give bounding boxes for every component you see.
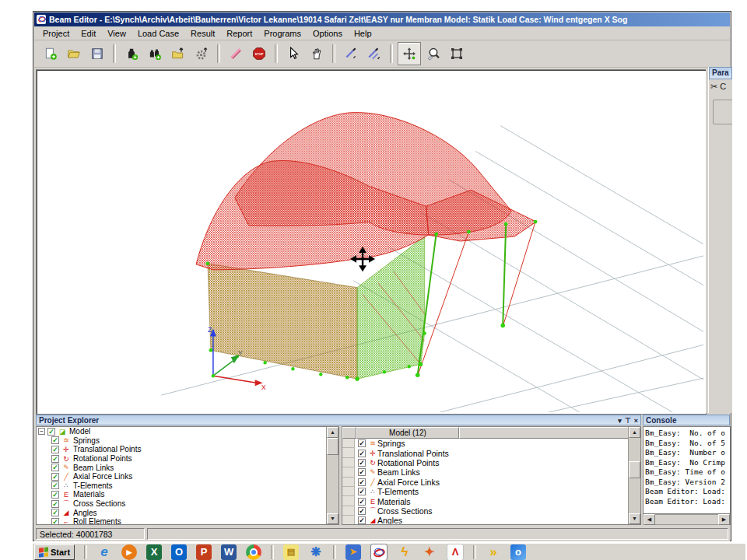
cad-app-icon[interactable]: ➤ (345, 544, 361, 560)
scroll-up-icon[interactable]: ▲ (629, 427, 640, 438)
list-item-angles[interactable]: ✓◢Angles (342, 516, 640, 525)
run-settings-button[interactable] (191, 43, 212, 65)
arrows-app-icon[interactable]: » (486, 544, 501, 560)
checkbox[interactable]: ✓ (51, 455, 59, 463)
console-header[interactable]: Console (643, 415, 730, 425)
list-item-materials[interactable]: ✓EMaterials (342, 496, 640, 506)
flame-app-icon[interactable]: ✦ (422, 544, 437, 560)
tree-item-axial-force-links[interactable]: ✓╱Axial Force Links (51, 472, 338, 481)
checkbox[interactable]: ✓ (358, 507, 366, 515)
checkbox[interactable]: ✓ (358, 459, 366, 467)
row-selector[interactable] (342, 478, 355, 487)
row-selector[interactable] (342, 467, 355, 477)
console-scrollbar[interactable]: ◀ ▶ (643, 514, 731, 525)
list-item-axial-force-links[interactable]: ✓╱Axial Force Links (342, 478, 640, 487)
list-item-rotational-points[interactable]: ✓↻Rotational Points (342, 458, 640, 467)
checkbox[interactable]: ✓ (358, 478, 366, 486)
checkbox[interactable]: ✓ (51, 509, 59, 516)
checkbox[interactable]: ✓ (358, 488, 366, 495)
console-output[interactable]: Bm_Easy: No. of o Bm_Easy: No. of 5 Bm_E… (643, 426, 731, 514)
tree-item-t-elements[interactable]: ✓∴T-Elements (51, 481, 338, 491)
import-folder-button[interactable] (167, 43, 189, 65)
tree-scrollbar[interactable]: ▲ ▼ (326, 427, 338, 524)
color-fan-icon[interactable]: ❋ (308, 544, 324, 560)
row-selector[interactable] (342, 516, 355, 525)
notes-app-icon[interactable]: ▤ (283, 544, 299, 560)
scroll-up-icon[interactable]: ▲ (327, 427, 338, 438)
draw-line-button[interactable] (340, 43, 362, 65)
scroll-left-icon[interactable]: ◀ (644, 514, 655, 525)
scroll-right-icon[interactable]: ▶ (718, 514, 730, 525)
tree-item-beam-links[interactable]: ✓✎Beam Links (51, 463, 338, 472)
tree-item-cross-sections[interactable]: ✓⌒Cross Sections (51, 499, 338, 509)
checkbox[interactable]: ✓ (358, 516, 366, 524)
cut-icon[interactable]: ✂ (710, 82, 717, 92)
checkbox[interactable]: ✓ (358, 498, 366, 506)
outlook-new-icon[interactable]: o (510, 544, 526, 560)
tree-item-roll-elements[interactable]: ✓⌐Roll Elements (51, 517, 338, 525)
menu-load-case[interactable]: Load Case (132, 27, 184, 40)
scroll-down-icon[interactable]: ▼ (629, 513, 640, 524)
menu-options[interactable]: Options (307, 27, 348, 40)
move-tool-button[interactable] (398, 42, 421, 65)
checkbox[interactable]: ✓ (51, 518, 59, 525)
list-item-t-elements[interactable]: ✓∴T-Elements (342, 487, 640, 496)
parameters-panel-header[interactable]: Para (709, 67, 732, 79)
save-button[interactable] (86, 43, 108, 65)
checkbox[interactable]: ✓ (358, 468, 366, 476)
row-selector[interactable] (342, 506, 355, 516)
menu-programs[interactable]: Programs (258, 27, 307, 40)
pan-tool-button[interactable] (306, 43, 328, 65)
list-item-springs[interactable]: ✓≋Springs (342, 439, 640, 448)
checkbox[interactable]: ✓ (47, 428, 55, 436)
row-selector[interactable] (342, 448, 355, 457)
word-icon[interactable]: W (221, 544, 237, 560)
zoom-tool-button[interactable] (423, 43, 444, 65)
beam-editor-task-icon[interactable] (370, 544, 388, 560)
menu-report[interactable]: Report (221, 27, 258, 40)
scroll-thumb[interactable] (327, 438, 338, 455)
stop-button[interactable]: STOP (248, 43, 270, 65)
menu-view[interactable]: View (102, 27, 132, 40)
tree-item-model[interactable]: − ✓ ◪ Model (37, 427, 338, 436)
row-selector[interactable] (342, 458, 355, 467)
outlook-classic-icon[interactable]: O (171, 544, 187, 560)
scroll-down-icon[interactable]: ▼ (327, 513, 338, 524)
media-player-icon[interactable]: ▶ (121, 544, 137, 560)
tree-item-springs[interactable]: ✓≋Springs (51, 436, 338, 446)
model-viewport[interactable]: Z Y X (36, 69, 707, 415)
add-load-button[interactable] (121, 43, 142, 65)
checkbox[interactable]: ✓ (51, 436, 59, 444)
menu-help[interactable]: Help (349, 27, 377, 40)
title-bar[interactable]: Beam Editor - E:\Synch\Archiv\Arbeit\Bau… (34, 12, 730, 26)
row-selector[interactable] (342, 439, 355, 448)
dock-pin-icon[interactable]: ⊤ (625, 415, 631, 425)
powerpoint-icon[interactable]: P (196, 544, 212, 560)
checkbox[interactable]: ✓ (51, 491, 59, 499)
checkbox[interactable]: ✓ (51, 464, 59, 471)
tree-item-rotational-points[interactable]: ✓↻Rotational Points (51, 454, 338, 464)
list-header-model[interactable]: Model (12) (356, 427, 459, 439)
acrobat-icon[interactable]: Λ (447, 544, 464, 560)
checkbox[interactable]: ✓ (51, 446, 59, 453)
chrome-icon[interactable] (246, 544, 261, 560)
dock-close-icon[interactable]: × (634, 415, 638, 425)
checkbox[interactable]: ✓ (358, 450, 366, 457)
scroll-thumb[interactable] (629, 461, 640, 478)
list-scrollbar[interactable]: ▲ ▼ (628, 427, 640, 524)
start-button[interactable]: Start (34, 544, 75, 560)
row-selector[interactable] (342, 487, 355, 496)
tree-item-materials[interactable]: ✓EMaterials (51, 490, 338, 499)
list-item-translational-points[interactable]: ✓✛Translational Points (342, 448, 640, 457)
fit-view-button[interactable] (446, 43, 468, 65)
draw-slash-button[interactable] (225, 43, 247, 65)
tree-item-angles[interactable]: ✓◢Angles (51, 508, 338, 517)
winzip-icon[interactable]: ϟ (397, 544, 412, 560)
project-explorer-header[interactable]: Project Explorer ▾ ⊤ × (36, 415, 641, 425)
internet-explorer-icon[interactable]: e (96, 544, 112, 560)
menu-edit[interactable]: Edit (75, 27, 101, 40)
checkbox[interactable]: ✓ (51, 481, 59, 489)
menu-result[interactable]: Result (185, 27, 220, 40)
menu-project[interactable]: Project (37, 27, 75, 40)
list-item-beam-links[interactable]: ✓✎Beam Links (342, 467, 640, 477)
